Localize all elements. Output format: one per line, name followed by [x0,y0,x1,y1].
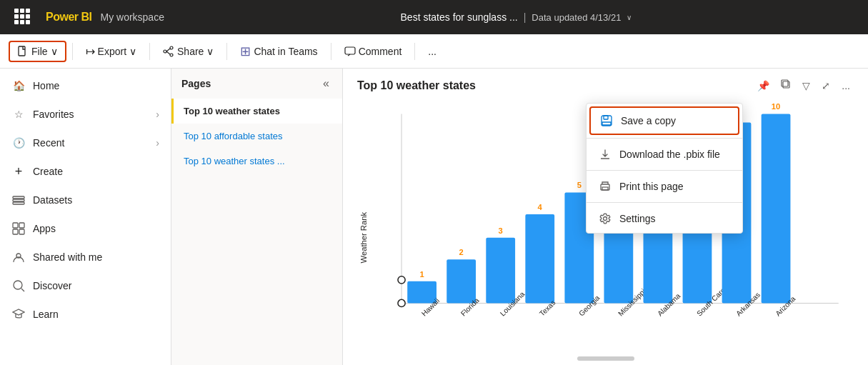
share-icon [163,46,174,57]
file-menu-save-copy[interactable]: Save a copy [589,106,739,135]
report-title: Best states for sunglass ... [401,11,518,23]
sidebar-item-home[interactable]: 🏠 Home [0,71,171,100]
save-copy-label: Save a copy [621,115,676,126]
recent-icon: 🕐 [11,136,26,150]
sidebar-label-favorites: Favorites [33,109,74,120]
duplicate-chart-button[interactable] [777,77,794,94]
pages-panel: Pages « Top 10 weather states Top 10 aff… [171,69,343,365]
dropdown-separator-3 [587,202,742,203]
datasets-icon [11,193,26,207]
sidebar-nav: 🏠 Home ☆ Favorites 🕐 Recent + Create Dat… [0,69,171,331]
sidebar-label-home: Home [33,80,59,91]
sidebar-item-create[interactable]: + Create [0,157,171,186]
download-icon [598,147,612,161]
file-menu-print[interactable]: Print this page [587,172,742,201]
scroll-indicator[interactable] [577,356,634,361]
svg-rect-24 [783,81,789,88]
data-updated-label: Data updated 4/13/21 [532,12,621,23]
separator: | [524,11,527,23]
svg-line-17 [21,289,24,291]
export-chevron-icon: ∨ [129,46,136,57]
sidebar-label-learn: Learn [33,309,59,320]
share-button[interactable]: Share ∨ [156,42,221,61]
svg-text:3: 3 [499,226,503,235]
bar-hawaii[interactable]: 1 Hawaii [407,270,441,318]
comment-button[interactable]: Comment [337,42,409,61]
file-dropdown-menu: Save a copy Download the .pbix file Prin… [586,103,743,234]
home-icon: 🏠 [11,79,26,93]
hamburger-menu-button[interactable] [9,6,37,29]
file-menu-settings[interactable]: Settings [587,204,742,233]
svg-rect-11 [13,223,18,228]
title-chevron-icon[interactable]: ∨ [627,14,632,21]
svg-rect-32 [486,238,515,304]
page-item-top10-affordable[interactable]: Top 10 affordable states [171,124,342,149]
expand-chart-button[interactable]: ⤢ [818,77,834,94]
apps-icon [11,221,26,236]
bar-louisiana[interactable]: 3 Louisiana [486,226,526,318]
shared-with-me-icon [11,250,26,264]
page-item-top10-weather-2[interactable]: Top 10 weather states ... [171,149,342,174]
more-chart-options-button[interactable]: ... [838,77,854,94]
sidebar-item-recent[interactable]: 🕐 Recent [0,129,171,157]
y-axis-label: Weather Rank [359,212,368,264]
sidebar: 🏠 Home ☆ Favorites 🕐 Recent + Create Dat… [0,69,171,365]
svg-rect-18 [602,116,612,126]
svg-line-5 [166,51,170,54]
sidebar-item-favorites[interactable]: ☆ Favorites [0,100,171,129]
pin-chart-button[interactable]: 📌 [754,77,773,94]
axis-origin-circle [398,299,405,306]
filter-chart-button[interactable]: ▽ [799,77,814,94]
svg-point-16 [14,281,22,289]
svg-rect-53 [762,114,791,303]
report-title-area: Best states for sunglass ... | Data upda… [173,11,859,23]
chat-in-teams-label: Chat in Teams [254,46,317,57]
save-copy-icon [599,114,614,128]
comment-icon [344,46,356,57]
workspace-label[interactable]: My workspace [100,11,164,23]
export-label: Export [98,46,126,57]
svg-point-2 [170,54,173,56]
toolbar-sep-2 [149,43,150,60]
create-icon: + [11,164,26,179]
file-chevron-icon: ∨ [51,46,58,57]
svg-text:2: 2 [459,248,464,256]
sidebar-label-apps: Apps [33,223,56,234]
learn-icon [11,307,26,321]
svg-text:4: 4 [538,203,543,211]
sidebar-item-shared-with-me[interactable]: Shared with me [0,243,171,271]
sidebar-item-datasets[interactable]: Datasets [0,186,171,214]
svg-line-4 [166,49,170,51]
ellipsis-icon: ... [428,46,437,57]
export-button[interactable]: ↦ Export ∨ [79,41,144,61]
sidebar-item-discover[interactable]: Discover [0,271,171,300]
favorites-icon: ☆ [11,107,26,121]
discover-icon [11,279,26,293]
more-options-button[interactable]: ... [421,42,444,61]
bar-arizona[interactable]: 10 Arizona [762,102,797,317]
sidebar-item-apps[interactable]: Apps [0,214,171,243]
chat-in-teams-button[interactable]: ⊞ Chat in Teams [233,40,324,63]
svg-rect-35 [525,214,554,303]
sidebar-label-create: Create [33,166,63,177]
page-item-top10-weather[interactable]: Top 10 weather states [171,99,342,124]
main-layout: 🏠 Home ☆ Favorites 🕐 Recent + Create Dat… [0,69,868,365]
svg-rect-10 [13,202,24,204]
sidebar-label-recent: Recent [33,137,64,149]
export-icon: ↦ [86,44,95,58]
sidebar-item-learn[interactable]: Learn [0,300,171,329]
pages-collapse-button[interactable]: « [320,76,332,91]
toolbar-sep-3 [226,43,227,60]
settings-label: Settings [619,213,656,224]
download-pbix-label: Download the .pbix file [619,149,720,160]
svg-rect-9 [13,199,24,201]
file-button[interactable]: File ∨ [9,41,66,62]
settings-icon [598,211,612,226]
bar-texas[interactable]: 4 Texas [525,203,557,318]
svg-point-1 [170,46,173,49]
report-toolbar: File ∨ ↦ Export ∨ Share ∨ ⊞ Chat in Team… [0,34,868,69]
share-label: Share [177,46,204,57]
file-label: File [31,46,48,57]
file-menu-download-pbix[interactable]: Download the .pbix file [587,140,742,169]
bar-florida[interactable]: 2 Florida [447,248,481,318]
